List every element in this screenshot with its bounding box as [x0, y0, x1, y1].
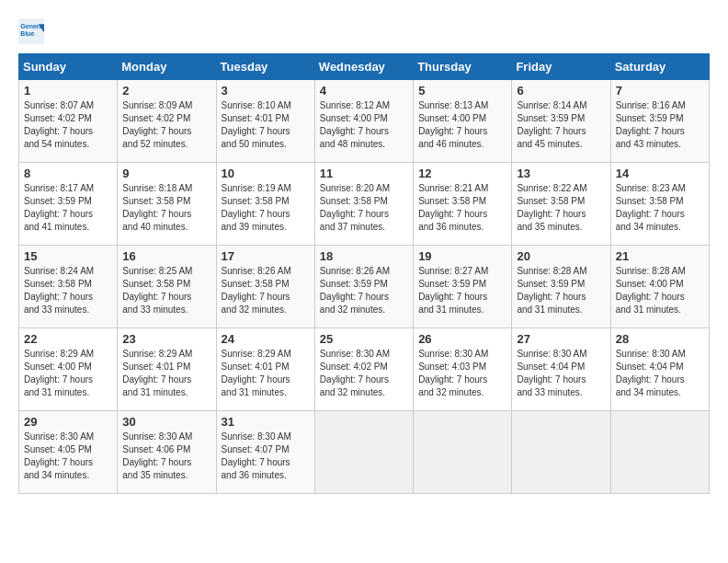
- header-day-sunday: Sunday: [19, 54, 118, 80]
- day-info: Sunrise: 8:17 AM Sunset: 3:59 PM Dayligh…: [24, 182, 112, 234]
- calendar-cell: 19Sunrise: 8:27 AM Sunset: 3:59 PM Dayli…: [414, 246, 512, 328]
- day-number: 16: [122, 249, 210, 263]
- calendar-cell: 25Sunrise: 8:30 AM Sunset: 4:02 PM Dayli…: [314, 328, 413, 411]
- day-info: Sunrise: 8:20 AM Sunset: 3:58 PM Dayligh…: [320, 182, 408, 234]
- calendar-cell: 1Sunrise: 8:07 AM Sunset: 4:02 PM Daylig…: [19, 80, 118, 163]
- calendar-cell: 18Sunrise: 8:26 AM Sunset: 3:59 PM Dayli…: [314, 246, 413, 328]
- calendar-cell: 17Sunrise: 8:26 AM Sunset: 3:58 PM Dayli…: [216, 246, 314, 328]
- day-info: Sunrise: 8:27 AM Sunset: 3:59 PM Dayligh…: [418, 265, 506, 316]
- day-info: Sunrise: 8:10 AM Sunset: 4:01 PM Dayligh…: [222, 99, 310, 151]
- day-info: Sunrise: 8:07 AM Sunset: 4:02 PM Dayligh…: [24, 99, 112, 151]
- day-number: 12: [418, 167, 506, 180]
- svg-text:Blue: Blue: [20, 30, 34, 37]
- calendar-cell: 4Sunrise: 8:12 AM Sunset: 4:00 PM Daylig…: [314, 80, 413, 163]
- calendar-cell: 6Sunrise: 8:14 AM Sunset: 3:59 PM Daylig…: [512, 80, 610, 163]
- day-number: 3: [222, 84, 310, 98]
- day-number: 5: [418, 84, 506, 98]
- calendar-cell: 15Sunrise: 8:24 AM Sunset: 3:58 PM Dayli…: [19, 246, 118, 328]
- calendar-body: 1Sunrise: 8:07 AM Sunset: 4:02 PM Daylig…: [19, 80, 710, 494]
- calendar-cell: 22Sunrise: 8:29 AM Sunset: 4:00 PM Dayli…: [19, 328, 118, 411]
- calendar: SundayMondayTuesdayWednesdayThursdayFrid…: [18, 53, 710, 494]
- day-info: Sunrise: 8:30 AM Sunset: 4:05 PM Dayligh…: [24, 431, 112, 482]
- page-header: General Blue: [18, 18, 710, 44]
- calendar-cell: 31Sunrise: 8:30 AM Sunset: 4:07 PM Dayli…: [216, 411, 314, 494]
- day-number: 13: [517, 167, 605, 180]
- header-day-friday: Friday: [512, 54, 610, 80]
- calendar-cell: 24Sunrise: 8:29 AM Sunset: 4:01 PM Dayli…: [216, 328, 314, 411]
- day-number: 27: [517, 332, 605, 346]
- calendar-cell: [314, 411, 413, 494]
- day-number: 28: [616, 332, 704, 346]
- day-number: 29: [24, 415, 112, 429]
- day-number: 24: [222, 332, 310, 346]
- day-number: 4: [320, 84, 408, 98]
- day-number: 7: [616, 84, 704, 98]
- calendar-cell: 27Sunrise: 8:30 AM Sunset: 4:04 PM Dayli…: [512, 328, 610, 411]
- day-number: 17: [222, 249, 310, 263]
- day-number: 25: [320, 332, 408, 346]
- calendar-cell: 30Sunrise: 8:30 AM Sunset: 4:06 PM Dayli…: [118, 411, 216, 494]
- day-number: 30: [122, 415, 210, 429]
- day-number: 9: [122, 167, 210, 180]
- calendar-cell: [414, 411, 512, 494]
- calendar-cell: 21Sunrise: 8:28 AM Sunset: 4:00 PM Dayli…: [610, 246, 709, 328]
- day-number: 11: [320, 167, 408, 180]
- calendar-cell: 10Sunrise: 8:19 AM Sunset: 3:58 PM Dayli…: [216, 163, 314, 246]
- logo: General Blue: [18, 18, 48, 44]
- calendar-cell: [610, 411, 709, 494]
- day-info: Sunrise: 8:29 AM Sunset: 4:01 PM Dayligh…: [222, 348, 310, 399]
- calendar-week-1: 1Sunrise: 8:07 AM Sunset: 4:02 PM Daylig…: [19, 80, 710, 163]
- day-info: Sunrise: 8:22 AM Sunset: 3:58 PM Dayligh…: [517, 182, 605, 234]
- calendar-cell: 23Sunrise: 8:29 AM Sunset: 4:01 PM Dayli…: [118, 328, 216, 411]
- day-number: 19: [418, 249, 506, 263]
- calendar-cell: 9Sunrise: 8:18 AM Sunset: 3:58 PM Daylig…: [118, 163, 216, 246]
- day-number: 15: [24, 249, 112, 263]
- calendar-cell: 7Sunrise: 8:16 AM Sunset: 3:59 PM Daylig…: [610, 80, 709, 163]
- calendar-week-2: 8Sunrise: 8:17 AM Sunset: 3:59 PM Daylig…: [19, 163, 710, 246]
- calendar-cell: [512, 411, 610, 494]
- calendar-cell: 26Sunrise: 8:30 AM Sunset: 4:03 PM Dayli…: [414, 328, 512, 411]
- day-number: 23: [122, 332, 210, 346]
- day-info: Sunrise: 8:25 AM Sunset: 3:58 PM Dayligh…: [122, 265, 210, 316]
- calendar-week-3: 15Sunrise: 8:24 AM Sunset: 3:58 PM Dayli…: [19, 246, 710, 328]
- day-info: Sunrise: 8:30 AM Sunset: 4:06 PM Dayligh…: [122, 431, 210, 482]
- day-info: Sunrise: 8:19 AM Sunset: 3:58 PM Dayligh…: [222, 182, 310, 234]
- header-day-thursday: Thursday: [414, 54, 512, 80]
- header-day-saturday: Saturday: [610, 54, 709, 80]
- calendar-cell: 29Sunrise: 8:30 AM Sunset: 4:05 PM Dayli…: [19, 411, 118, 494]
- day-number: 10: [222, 167, 310, 180]
- day-info: Sunrise: 8:29 AM Sunset: 4:01 PM Dayligh…: [122, 348, 210, 399]
- calendar-cell: 3Sunrise: 8:10 AM Sunset: 4:01 PM Daylig…: [216, 80, 314, 163]
- day-info: Sunrise: 8:28 AM Sunset: 4:00 PM Dayligh…: [616, 265, 704, 316]
- day-info: Sunrise: 8:23 AM Sunset: 3:58 PM Dayligh…: [616, 182, 704, 234]
- calendar-cell: 2Sunrise: 8:09 AM Sunset: 4:02 PM Daylig…: [118, 80, 216, 163]
- calendar-cell: 5Sunrise: 8:13 AM Sunset: 4:00 PM Daylig…: [414, 80, 512, 163]
- day-number: 20: [517, 249, 605, 263]
- calendar-cell: 20Sunrise: 8:28 AM Sunset: 3:59 PM Dayli…: [512, 246, 610, 328]
- day-number: 2: [122, 84, 210, 98]
- day-info: Sunrise: 8:18 AM Sunset: 3:58 PM Dayligh…: [122, 182, 210, 234]
- day-number: 18: [320, 249, 408, 263]
- calendar-cell: 12Sunrise: 8:21 AM Sunset: 3:58 PM Dayli…: [414, 163, 512, 246]
- header-day-monday: Monday: [118, 54, 216, 80]
- day-info: Sunrise: 8:30 AM Sunset: 4:02 PM Dayligh…: [320, 348, 408, 399]
- day-number: 21: [616, 249, 704, 263]
- calendar-week-5: 29Sunrise: 8:30 AM Sunset: 4:05 PM Dayli…: [19, 411, 710, 494]
- header-row: SundayMondayTuesdayWednesdayThursdayFrid…: [19, 54, 710, 80]
- day-info: Sunrise: 8:12 AM Sunset: 4:00 PM Dayligh…: [320, 99, 408, 151]
- day-info: Sunrise: 8:30 AM Sunset: 4:04 PM Dayligh…: [616, 348, 704, 399]
- day-info: Sunrise: 8:26 AM Sunset: 3:58 PM Dayligh…: [222, 265, 310, 316]
- calendar-cell: 13Sunrise: 8:22 AM Sunset: 3:58 PM Dayli…: [512, 163, 610, 246]
- day-info: Sunrise: 8:30 AM Sunset: 4:04 PM Dayligh…: [517, 348, 605, 399]
- calendar-cell: 11Sunrise: 8:20 AM Sunset: 3:58 PM Dayli…: [314, 163, 413, 246]
- logo-icon: General Blue: [18, 18, 44, 44]
- day-number: 8: [24, 167, 112, 180]
- calendar-cell: 16Sunrise: 8:25 AM Sunset: 3:58 PM Dayli…: [118, 246, 216, 328]
- day-number: 31: [222, 415, 310, 429]
- day-info: Sunrise: 8:14 AM Sunset: 3:59 PM Dayligh…: [517, 99, 605, 151]
- day-info: Sunrise: 8:30 AM Sunset: 4:03 PM Dayligh…: [418, 348, 506, 399]
- calendar-week-4: 22Sunrise: 8:29 AM Sunset: 4:00 PM Dayli…: [19, 328, 710, 411]
- day-info: Sunrise: 8:30 AM Sunset: 4:07 PM Dayligh…: [222, 431, 310, 482]
- day-info: Sunrise: 8:24 AM Sunset: 3:58 PM Dayligh…: [24, 265, 112, 316]
- day-info: Sunrise: 8:29 AM Sunset: 4:00 PM Dayligh…: [24, 348, 112, 399]
